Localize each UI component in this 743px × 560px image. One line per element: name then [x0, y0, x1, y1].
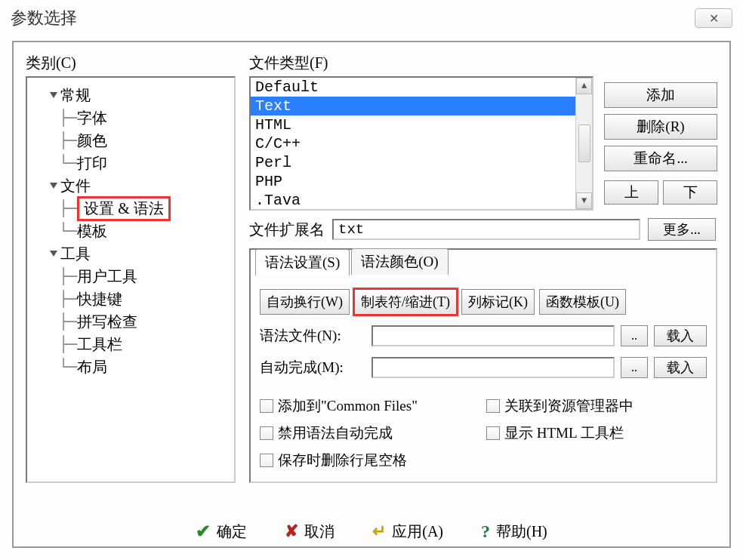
close-icon: ✕ — [709, 11, 719, 26]
tab-syntax-settings[interactable]: 语法设置(S) — [255, 249, 350, 275]
tree-item-user-tool[interactable]: ├─用户工具 — [32, 265, 230, 288]
close-button[interactable]: ✕ — [695, 8, 732, 28]
list-item[interactable]: PHP — [251, 172, 575, 191]
list-item[interactable]: C/C++ — [251, 134, 575, 153]
apply-icon: ↵ — [372, 522, 386, 541]
scroll-up-icon[interactable]: ▲ — [576, 78, 592, 94]
tree-item-general[interactable]: 常规 — [32, 84, 230, 106]
tree-item-spellcheck[interactable]: ├─拼写检查 — [32, 310, 230, 333]
checkbox-icon — [260, 426, 273, 440]
tree-item-tool[interactable]: 工具 — [32, 242, 230, 265]
tree-item-settings-syntax[interactable]: ├─设置 & 语法 — [32, 197, 230, 220]
category-label: 类别(C) — [26, 53, 236, 73]
tree-item-shortcut[interactable]: ├─快捷键 — [32, 288, 230, 310]
syntax-file-label: 语法文件(N): — [260, 326, 365, 346]
expand-icon — [50, 251, 57, 257]
dialog-footer: ✔确定 ✘取消 ↵应用(A) ?帮助(H) — [14, 521, 729, 542]
syntax-settings-panel: 语法设置(S) 语法颜色(O) 自动换行(W) 制表符/缩进(T) 列标记(K)… — [249, 248, 717, 483]
list-item[interactable]: Default — [251, 78, 575, 97]
help-button[interactable]: ?帮助(H) — [481, 521, 547, 542]
delete-button[interactable]: 删除(R) — [604, 114, 717, 140]
check-trim-trailing[interactable]: 保存时删除行尾空格 — [260, 451, 471, 470]
tree-item-file[interactable]: 文件 — [32, 174, 230, 197]
window-title: 参数选择 — [11, 7, 77, 29]
content-frame: 类别(C) 常规 ├─字体 ├─颜色 └─打印 文件 — [12, 41, 731, 548]
ok-button[interactable]: ✔确定 — [196, 521, 247, 542]
tree-item-toolbar[interactable]: ├─工具栏 — [32, 333, 230, 355]
tab-syntax-colors[interactable]: 语法颜色(O) — [351, 248, 448, 275]
autocomplete-input[interactable] — [372, 357, 615, 378]
list-item[interactable]: Perl — [251, 153, 575, 172]
syntax-file-input[interactable] — [372, 325, 615, 346]
filetype-listbox[interactable]: DefaultTextHTMLC/C++PerlPHP.Tava ▲ ▼ — [249, 76, 593, 211]
more-button[interactable]: 更多... — [648, 218, 716, 241]
wordwrap-button[interactable]: 自动换行(W) — [260, 289, 350, 315]
expand-icon — [50, 183, 57, 189]
list-item[interactable]: Text — [251, 97, 575, 115]
preferences-window: 参数选择 ✕ 类别(C) 常规 ├─字体 ├─颜色 └─打印 — [0, 0, 743, 560]
func-template-button[interactable]: 函数模板(U) — [539, 289, 626, 315]
autocomplete-browse-button[interactable]: .. — [621, 357, 648, 378]
syntax-file-browse-button[interactable]: .. — [621, 325, 648, 346]
extension-label: 文件扩展名 — [249, 220, 325, 240]
tree-item-print[interactable]: └─打印 — [32, 152, 230, 174]
cancel-button[interactable]: ✘取消 — [285, 521, 335, 542]
checkbox-icon — [260, 399, 273, 413]
scrollbar[interactable]: ▲ ▼ — [575, 78, 592, 209]
checkbox-icon — [486, 399, 500, 413]
scroll-down-icon[interactable]: ▼ — [576, 192, 592, 209]
list-item[interactable]: HTML — [251, 115, 575, 134]
checkbox-icon — [260, 454, 273, 467]
rename-button[interactable]: 重命名... — [604, 146, 717, 171]
add-button[interactable]: 添加 — [604, 82, 717, 108]
titlebar: 参数选择 ✕ — [0, 0, 743, 35]
expand-icon — [50, 92, 57, 98]
autocomplete-load-button[interactable]: 载入 — [654, 357, 707, 378]
scroll-thumb[interactable] — [578, 125, 590, 162]
tree-item-layout[interactable]: └─布局 — [32, 355, 230, 378]
category-tree[interactable]: 常规 ├─字体 ├─颜色 └─打印 文件 ├─设置 & 语法 └─模板 — [26, 76, 236, 483]
list-item[interactable]: .Tava — [251, 191, 575, 209]
check-show-html-tb[interactable]: 显示 HTML 工具栏 — [486, 423, 707, 443]
extension-input[interactable] — [332, 219, 640, 240]
checkbox-icon — [486, 426, 500, 440]
help-icon: ? — [481, 522, 490, 542]
check-icon: ✔ — [196, 521, 211, 542]
apply-button[interactable]: ↵应用(A) — [372, 521, 443, 542]
tree-item-font[interactable]: ├─字体 — [32, 106, 230, 129]
check-add-common[interactable]: 添加到"Common Files" — [260, 396, 471, 416]
check-disable-ac[interactable]: 禁用语法自动完成 — [260, 423, 471, 443]
filetype-label: 文件类型(F) — [249, 53, 593, 73]
tree-item-color[interactable]: ├─颜色 — [32, 129, 230, 152]
syntax-file-load-button[interactable]: 载入 — [654, 325, 707, 346]
x-icon: ✘ — [285, 522, 298, 541]
check-assoc-explorer[interactable]: 关联到资源管理器中 — [486, 396, 707, 416]
tree-item-template[interactable]: └─模板 — [32, 220, 230, 242]
tab-indent-button[interactable]: 制表符/缩进(T) — [354, 289, 457, 315]
move-down-button[interactable]: 下 — [663, 180, 717, 205]
autocomplete-label: 自动完成(M): — [260, 358, 365, 377]
move-up-button[interactable]: 上 — [604, 180, 658, 205]
column-marker-button[interactable]: 列标记(K) — [461, 289, 535, 315]
